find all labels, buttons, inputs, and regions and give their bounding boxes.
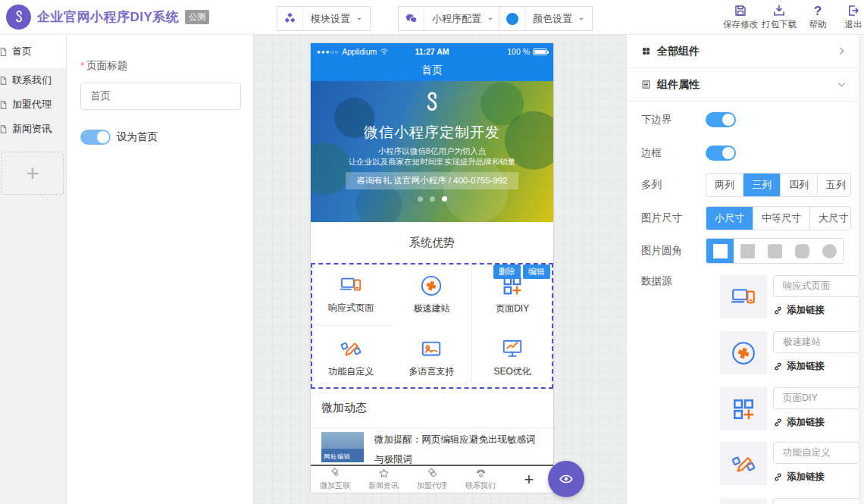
battery-percent: 100 % [507, 47, 530, 56]
delete-component-button[interactable]: 删除 [493, 265, 521, 279]
feature-cell[interactable]: 极速建站 [392, 263, 473, 326]
bottom-margin-toggle[interactable] [706, 112, 736, 127]
module-settings-button[interactable]: 模块设置 [277, 6, 371, 31]
star-icon [378, 468, 390, 479]
tab-weijia[interactable]: 微加互联 [311, 466, 359, 493]
grid-icon [641, 46, 651, 56]
image-size-segmented-control: 小尺寸 中等尺寸 大尺寸 [706, 206, 851, 230]
app-logo-icon [6, 5, 31, 30]
add-page-button[interactable]: + [2, 152, 64, 195]
image-radius-label: 图片圆角 [641, 244, 706, 258]
carousel-dots[interactable] [311, 196, 553, 202]
datasource-title-input[interactable] [773, 387, 859, 409]
edit-component-button[interactable]: 编辑 [523, 265, 550, 279]
radius-option-square[interactable] [734, 239, 761, 263]
radius-option-small[interactable] [761, 239, 788, 263]
datasource-icon [720, 498, 767, 504]
sidebar-item-agent[interactable]: 加盟代理 [0, 92, 66, 117]
add-link-button[interactable]: 添加链接 [773, 416, 825, 429]
wechat-icon [399, 7, 424, 30]
page-icon [0, 100, 8, 110]
download-button[interactable]: 打包下载 [759, 4, 799, 30]
page-icon [0, 47, 8, 57]
image-size-large[interactable]: 大尺寸 [809, 207, 851, 230]
save-button[interactable]: 保存修改 [721, 4, 760, 30]
radius-option-circle[interactable] [815, 239, 843, 263]
datasource-title-input[interactable] [773, 275, 859, 297]
app-title: 企业官网小程序DIY系统 [37, 8, 179, 26]
banner-subtitle-2: 让企业以及商家在短时间里实现提升品牌和销量 [311, 157, 553, 167]
columns-option-4[interactable]: 四列 [780, 174, 817, 196]
tab-news[interactable]: 新闻资讯 [359, 466, 408, 493]
datasource-title-input[interactable] [773, 498, 859, 504]
link-icon [773, 418, 783, 427]
battery-icon [533, 49, 547, 55]
columns-option-3[interactable]: 三列 [743, 174, 780, 196]
datasource-row: 添加链接 [720, 331, 859, 375]
banner-cta-pill[interactable]: 咨询有礼 送官网小程序 / 400-0755-992 [346, 172, 518, 189]
feature-cell[interactable]: 多语言支持 [392, 326, 473, 389]
bottom-margin-label: 下边界 [641, 113, 706, 127]
feature-grid-component[interactable]: 删除 编辑 响应式页面 极速建站 页面DIY 功能自定义 多语言支持 SEO优化 [311, 263, 553, 389]
columns-segmented-control: 两列 三列 四列 五列 [706, 173, 851, 197]
chevron-right-icon [837, 46, 847, 56]
set-home-toggle[interactable] [80, 130, 111, 145]
image-icon [420, 337, 443, 360]
columns-label: 多列 [641, 178, 706, 192]
tab-contact[interactable]: 联系我们 [456, 466, 505, 493]
phone-handset-icon [475, 468, 487, 479]
datasource-row [720, 498, 859, 504]
feature-cell[interactable]: SEO优化 [472, 326, 553, 389]
save-icon [734, 4, 747, 18]
banner-logo-icon [311, 91, 553, 115]
chevron-down-icon [837, 80, 847, 89]
datasource-title-input[interactable] [773, 331, 859, 353]
all-components-row[interactable]: 全部组件 [627, 35, 859, 68]
cubes-icon [277, 7, 303, 30]
pencil-icon [340, 337, 362, 360]
link-icon [773, 362, 783, 371]
puzzle-icon [420, 274, 443, 297]
datasource-title-input[interactable] [773, 442, 859, 464]
border-toggle[interactable] [706, 146, 736, 161]
phone-nav-bar: 首页 [311, 60, 553, 81]
sidebar-item-news[interactable]: 新闻资讯 [0, 117, 66, 141]
radius-option-none[interactable] [706, 239, 734, 263]
add-link-button[interactable]: 添加链接 [773, 471, 825, 484]
beta-badge: 公测 [185, 10, 209, 24]
component-props-row[interactable]: 组件属性 [627, 68, 859, 102]
caret-down-icon [355, 14, 364, 23]
tabbar-add-button[interactable]: + [505, 466, 553, 493]
miniprogram-config-button[interactable]: 小程序配置 [398, 6, 502, 31]
add-link-button[interactable]: 添加链接 [773, 360, 825, 373]
feature-cell[interactable]: 功能自定义 [311, 326, 392, 389]
set-home-label: 设为首页 [117, 130, 158, 144]
responsive-icon [720, 275, 767, 318]
preview-button[interactable] [548, 461, 584, 497]
phone-status-bar: ●●●○○ Applidium 11:27 AM 100 % [311, 43, 553, 60]
add-link-button[interactable]: 添加链接 [773, 304, 825, 317]
page-title-label: *页面标题 [80, 59, 239, 73]
help-button[interactable]: ? 帮助 [798, 4, 837, 30]
brand: 企业官网小程序DIY系统 公测 [6, 5, 209, 30]
exit-button[interactable]: 退出 [834, 4, 864, 30]
tags-icon [427, 468, 438, 479]
page-title-input[interactable] [80, 83, 241, 110]
datasource-row: 添加链接 [720, 387, 859, 431]
exit-icon [847, 4, 860, 18]
banner-slide[interactable]: 微信小程序定制开发 小程序以微信8亿用户为切入点 让企业以及商家在短时间里实现提… [311, 81, 553, 222]
color-settings-button[interactable]: 颜色设置 [499, 6, 593, 31]
caret-down-icon [577, 14, 586, 23]
phone-page-title: 首页 [421, 64, 443, 77]
feature-cell[interactable]: 响应式页面 [311, 263, 392, 326]
image-size-small[interactable]: 小尺寸 [706, 207, 753, 230]
border-label: 边框 [641, 146, 706, 160]
sidebar-item-contact[interactable]: 联系我们 [0, 68, 66, 92]
columns-option-5[interactable]: 五列 [817, 174, 851, 196]
image-size-medium[interactable]: 中等尺寸 [753, 207, 809, 230]
radius-option-medium[interactable] [788, 239, 815, 263]
sidebar-item-home[interactable]: 首页 [0, 35, 66, 68]
columns-option-2[interactable]: 两列 [706, 174, 743, 196]
page-scrollbar[interactable] [859, 35, 864, 504]
tab-agent[interactable]: 加盟代理 [408, 466, 456, 493]
